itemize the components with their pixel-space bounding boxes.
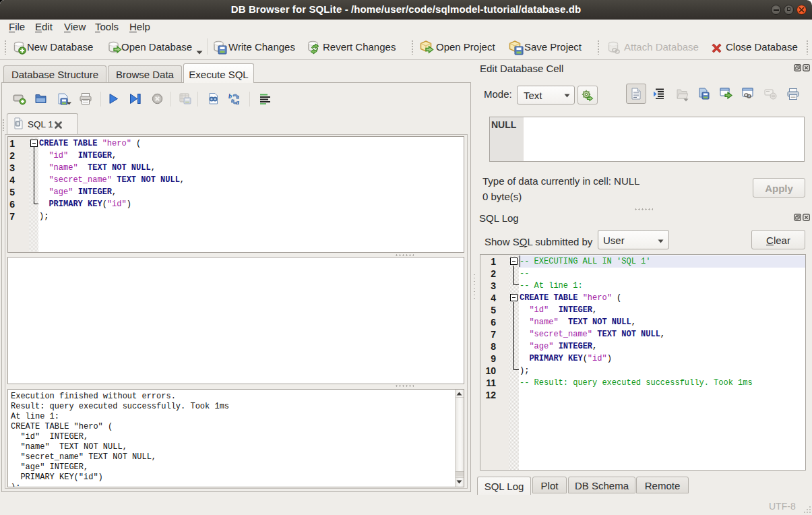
svg-text:b: b (228, 92, 232, 100)
